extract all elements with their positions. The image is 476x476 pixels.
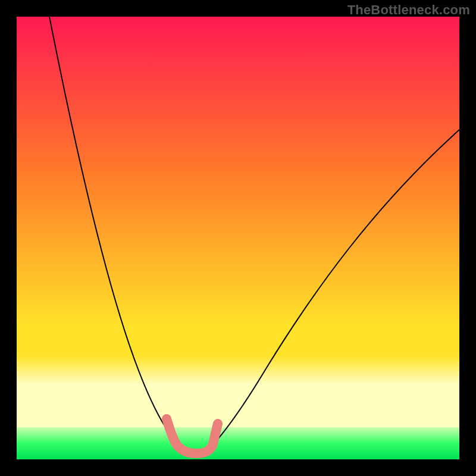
chart-plot-area (17, 17, 459, 459)
green-band (17, 427, 459, 459)
chart-svg (17, 17, 459, 459)
pale-band (17, 356, 459, 427)
chart-frame: TheBottleneck.com (0, 0, 476, 476)
watermark-text: TheBottleneck.com (347, 2, 470, 18)
